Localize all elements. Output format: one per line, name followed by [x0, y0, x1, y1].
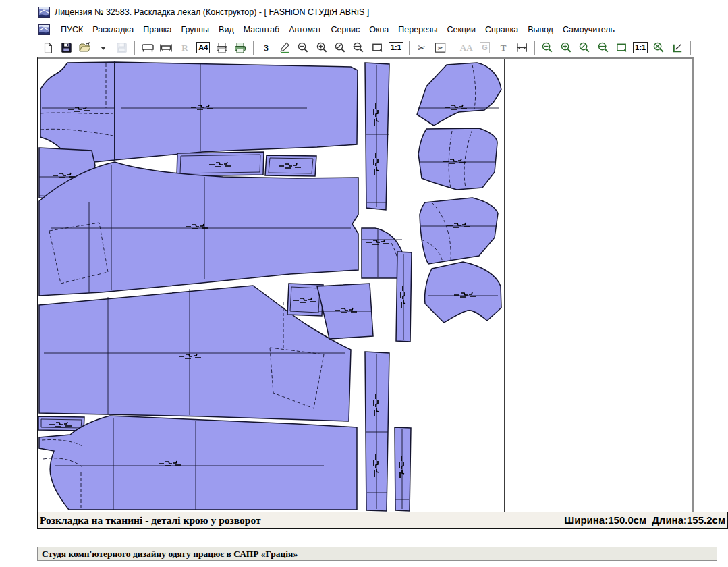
text-button[interactable]: T	[495, 39, 511, 57]
pattern-piece-trouser-back[interactable]	[39, 416, 357, 510]
cut-region-button[interactable]: ✂	[432, 39, 449, 57]
toolbar-separator	[409, 40, 410, 55]
menu-item-секции[interactable]: Секции	[443, 24, 481, 36]
fabric-length-value: Длина:155.2см	[652, 514, 725, 526]
fabric-dimensions: Ширина:150.0см Длина:155.2см	[564, 514, 725, 526]
menu-bar: ПУСКРаскладкаПравкаГруппыВидМасштабАвтом…	[38, 22, 619, 37]
menu-item-перерезы[interactable]: Перерезы	[393, 24, 442, 36]
grid-button[interactable]: G	[476, 39, 493, 57]
save-button[interactable]	[113, 39, 130, 57]
zoom-off-green-button[interactable]	[650, 39, 667, 57]
print-color-button[interactable]	[232, 39, 249, 57]
pattern-piece-strip-right-top[interactable]	[365, 63, 389, 210]
save-all-button[interactable]	[57, 39, 74, 57]
pattern-piece-sleeve-cap-4[interactable]	[425, 262, 501, 323]
toolbar-separator	[453, 40, 453, 55]
menu-item-раскладка[interactable]: Раскладка	[88, 24, 138, 36]
pattern-piece-back-bodice[interactable]	[40, 62, 115, 162]
piece-outline[interactable]	[365, 352, 389, 511]
measure-angle-button[interactable]	[669, 39, 685, 57]
svg-text:✂: ✂	[418, 42, 426, 53]
zoom-in-green-button[interactable]	[558, 39, 575, 57]
piece-outline[interactable]	[38, 416, 84, 431]
view-3-button[interactable]: 3	[258, 39, 275, 57]
menu-item-справка[interactable]: Справка	[480, 24, 523, 36]
layout-canvas[interactable]	[38, 59, 692, 512]
zoom-width-green-button[interactable]	[595, 39, 612, 57]
pattern-piece-sleeve-cap-3[interactable]	[420, 198, 498, 264]
menu-item-сервис[interactable]: Сервис	[326, 24, 364, 36]
zoom-cancel-button[interactable]	[332, 39, 349, 57]
pen-button[interactable]	[276, 39, 293, 57]
menu-item-автомат[interactable]: Автомат	[284, 24, 326, 36]
toolbar-separator	[534, 40, 535, 55]
menu-item-правка[interactable]: Правка	[138, 24, 176, 36]
pattern-piece-small-band-bottom[interactable]	[38, 416, 84, 431]
pattern-piece-mid-panel[interactable]	[39, 162, 358, 296]
zoom-out-button[interactable]	[295, 39, 312, 57]
piece-outline[interactable]	[417, 63, 501, 126]
plot-frame-button[interactable]	[139, 39, 156, 57]
measure-width-button[interactable]	[513, 39, 530, 57]
piece-outline[interactable]	[425, 262, 501, 323]
menu-item-вывод[interactable]: Вывод	[523, 24, 558, 36]
zoom-width-button[interactable]	[350, 39, 367, 57]
toolbar-separator	[134, 40, 135, 55]
title-bar: Лицензия № 32583. Раскладка лекал (Конст…	[38, 5, 369, 19]
zoom-cancel-green-button[interactable]	[576, 39, 593, 57]
zoom-in-button[interactable]	[313, 39, 330, 57]
application-window: Лицензия № 32583. Раскладка лекал (Конст…	[0, 0, 728, 567]
toolbar-separator	[253, 40, 254, 55]
toolbar: RA431:1✂✂AAGT1:1	[38, 38, 694, 57]
pattern-piece-strip-mid[interactable]	[396, 252, 412, 342]
svg-text:✂: ✂	[437, 45, 443, 52]
pattern-piece-sleeve-cap-1[interactable]	[417, 63, 501, 126]
menu-item-вид[interactable]: Вид	[214, 24, 239, 36]
footer-text: Студя комп'ютерного дизайну одягу працює…	[42, 549, 298, 560]
page-format-a4-button[interactable]: A4	[195, 39, 212, 57]
app-icon	[38, 7, 50, 18]
fabric-width-value: Ширина:150.0см	[564, 514, 646, 526]
menu-item-самоучитель[interactable]: Самоучитель	[558, 24, 619, 36]
pattern-piece-sleeve-cap-2[interactable]	[418, 128, 497, 190]
piece-outline[interactable]	[365, 63, 389, 210]
layout-name-label: Розкладка на тканині - деталі крою у роз…	[40, 514, 261, 526]
piece-outline[interactable]	[418, 128, 497, 190]
rotate-button[interactable]: R	[176, 39, 193, 57]
menu-app-icon[interactable]	[38, 24, 50, 35]
piece-outline[interactable]	[395, 427, 411, 511]
piece-outline[interactable]	[420, 198, 498, 264]
pattern-piece-strip-right-lower[interactable]	[365, 352, 389, 511]
status-bar: Розкладка на тканині - деталі крою у роз…	[37, 512, 728, 529]
piece-outline[interactable]	[115, 62, 358, 160]
menu-item-окна[interactable]: Окна	[364, 24, 393, 36]
footer-bar: Студя комп'ютерного дизайну одягу працює…	[37, 547, 717, 561]
layout-canvas-frame	[37, 57, 694, 512]
piece-outline[interactable]	[39, 416, 357, 510]
menu-item-пуск[interactable]: ПУСК	[56, 24, 88, 36]
zoom-window-green-button[interactable]	[613, 39, 630, 57]
pattern-piece-waistband-2[interactable]	[265, 155, 316, 176]
pattern-piece-side-panel-mid[interactable]	[317, 284, 373, 339]
open-button[interactable]	[76, 39, 93, 57]
pattern-piece-waistband-1[interactable]	[177, 152, 264, 176]
open-dropdown-button[interactable]	[94, 39, 111, 57]
menu-items: ПУСКРаскладкаПравкаГруппыВидМасштабАвтом…	[56, 24, 619, 36]
new-document-button[interactable]	[39, 39, 56, 57]
pattern-piece-strip-right-bottom[interactable]	[395, 427, 411, 511]
menu-item-группы[interactable]: Группы	[176, 24, 214, 36]
piece-outline[interactable]	[39, 162, 358, 296]
zoom-actual-green-button[interactable]: 1:1	[632, 39, 649, 57]
plot-frame-wide-button[interactable]	[158, 39, 175, 57]
piece-outline[interactable]	[396, 252, 412, 342]
font-button[interactable]: AA	[457, 39, 474, 57]
piece-outline[interactable]	[40, 62, 115, 162]
zoom-window-button[interactable]	[369, 39, 386, 57]
print-button[interactable]	[213, 39, 230, 57]
menu-item-масштаб[interactable]: Масштаб	[239, 24, 284, 36]
cut-button[interactable]: ✂	[414, 39, 430, 57]
toolbar-separator	[690, 40, 691, 55]
zoom-out-green-button[interactable]	[539, 39, 556, 57]
pattern-piece-front-band[interactable]	[115, 62, 358, 160]
zoom-actual-button[interactable]: 1:1	[387, 39, 404, 57]
